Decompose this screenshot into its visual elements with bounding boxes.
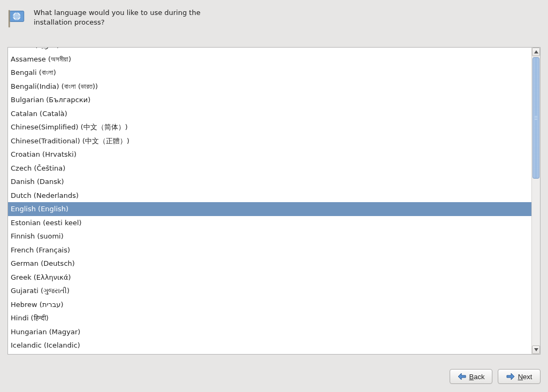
language-item[interactable]: German (Deutsch) <box>8 257 531 271</box>
language-item[interactable]: Estonian (eesti keel) <box>8 216 531 230</box>
language-item[interactable]: Croatian (Hrvatski) <box>8 148 531 162</box>
language-item[interactable]: Chinese(Traditional) (中文（正體）) <box>8 134 531 148</box>
language-list-viewport: Arabic (العربية)Assamese (অসমীয়া)Bengal… <box>8 48 531 354</box>
header-prompt: What language would you like to use duri… <box>34 8 205 27</box>
language-item[interactable]: Iloko (Iloko) <box>8 352 531 355</box>
language-item[interactable]: French (Français) <box>8 243 531 257</box>
language-item[interactable]: Hindi (हिन्दी) <box>8 311 531 325</box>
next-button-label: Next <box>518 373 532 381</box>
language-item[interactable]: Czech (Čeština) <box>8 162 531 175</box>
arrow-left-icon <box>458 373 466 380</box>
language-item[interactable]: Catalan (Català) <box>8 107 531 121</box>
language-item[interactable]: Hungarian (Magyar) <box>8 325 531 339</box>
next-button[interactable]: Next <box>498 369 541 384</box>
language-item[interactable]: Bengali (বাংলা) <box>8 66 531 80</box>
scroll-down-button[interactable] <box>532 345 540 354</box>
back-button-label: Back <box>469 373 485 381</box>
back-button[interactable]: Back <box>450 369 492 384</box>
language-item[interactable]: Bengali(India) (বাংলা (ভারত)) <box>8 80 531 94</box>
language-item[interactable]: Hebrew (עברית) <box>8 298 531 312</box>
language-item[interactable]: Icelandic (Icelandic) <box>8 339 531 352</box>
language-item[interactable]: Dutch (Nederlands) <box>8 189 531 203</box>
language-item[interactable]: Greek (Ελληνικά) <box>8 271 531 285</box>
language-list-container: Arabic (العربية)Assamese (অসমীয়া)Bengal… <box>7 47 541 355</box>
language-list[interactable]: Arabic (العربية)Assamese (অসমীয়া)Bengal… <box>8 48 531 354</box>
language-item[interactable]: Danish (Dansk) <box>8 175 531 189</box>
scroll-track[interactable] <box>532 56 540 345</box>
language-item[interactable]: Arabic (العربية) <box>8 48 531 52</box>
language-item[interactable]: English (English) <box>8 202 531 216</box>
language-item[interactable]: Gujarati (ગુજરાતી) <box>8 284 531 298</box>
globe-flag-icon <box>8 9 27 28</box>
svg-rect-6 <box>9 10 10 27</box>
scroll-thumb[interactable] <box>532 57 539 179</box>
language-item[interactable]: Assamese (অসমীয়া) <box>8 52 531 66</box>
header: What language would you like to use duri… <box>0 0 548 34</box>
arrow-right-icon <box>506 373 515 380</box>
language-item[interactable]: Bulgarian (Български) <box>8 93 531 107</box>
footer-buttons: Back Next <box>450 369 541 384</box>
language-item[interactable]: Chinese(Simplified) (中文（简体）) <box>8 120 531 134</box>
scroll-up-button[interactable] <box>532 48 540 56</box>
scrollbar[interactable] <box>531 48 540 354</box>
language-item[interactable]: Finnish (suomi) <box>8 229 531 243</box>
